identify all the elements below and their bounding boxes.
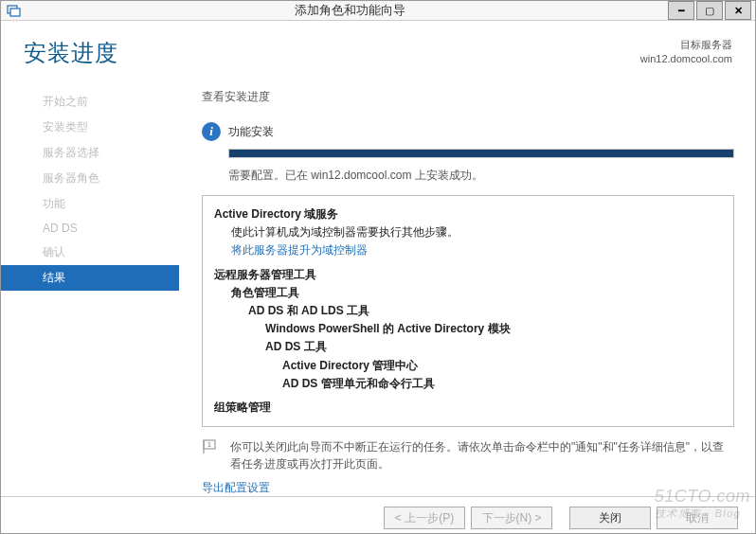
- result-role-tools: 角色管理工具: [231, 284, 722, 302]
- window-controls: ━ ▢ ✕: [668, 1, 751, 20]
- section-label: 查看安装进度: [202, 89, 734, 105]
- sidebar-item-roles: 服务器角色: [1, 166, 179, 191]
- result-adds-snapins: AD DS 管理单元和命令行工具: [282, 375, 722, 393]
- cancel-button: 取消: [657, 507, 738, 529]
- body-row: 开始之前 安装类型 服务器选择 服务器角色 功能 AD DS 确认 结果 查看安…: [1, 72, 755, 496]
- note-row: 1 你可以关闭此向导而不中断正在运行的任务。请依次单击命令栏中的"通知"和"任务…: [202, 438, 734, 472]
- minimize-button[interactable]: ━: [668, 1, 694, 20]
- target-server: win12.domcool.com: [640, 52, 732, 66]
- note-text: 你可以关闭此向导而不中断正在运行的任务。请依次单击命令栏中的"通知"和"任务详细…: [230, 438, 734, 472]
- sidebar-item-adds: AD DS: [1, 217, 179, 240]
- target-info: 目标服务器 win12.domcool.com: [640, 38, 732, 67]
- result-adds-tools: AD DS 工具: [265, 338, 722, 356]
- prev-button: < 上一步(P): [384, 507, 465, 529]
- result-remote-tools: 远程服务器管理工具: [214, 266, 722, 284]
- wizard-window: 添加角色和功能向导 ━ ▢ ✕ 安装进度 目标服务器 win12.domcool…: [0, 0, 756, 534]
- status-message: 需要配置。已在 win12.domcool.com 上安装成功。: [228, 168, 734, 184]
- status-text: 功能安装: [228, 124, 274, 140]
- flag-icon: 1: [202, 438, 221, 457]
- svg-rect-1: [10, 9, 20, 16]
- result-adds-desc: 使此计算机成为域控制器需要执行其他步骤。: [231, 223, 722, 241]
- results-box: Active Directory 域服务 使此计算机成为域控制器需要执行其他步骤…: [202, 195, 734, 427]
- close-button[interactable]: ✕: [725, 1, 751, 20]
- sidebar: 开始之前 安装类型 服务器选择 服务器角色 功能 AD DS 确认 结果: [1, 72, 179, 496]
- progress-bar: [228, 149, 734, 158]
- info-icon: i: [202, 122, 221, 141]
- sidebar-item-before: 开始之前: [1, 89, 179, 115]
- next-button: 下一步(N) >: [471, 507, 552, 529]
- maximize-button[interactable]: ▢: [696, 1, 723, 20]
- sidebar-item-features: 功能: [1, 191, 179, 217]
- titlebar: 添加角色和功能向导 ━ ▢ ✕: [1, 1, 755, 21]
- sidebar-item-results[interactable]: 结果: [1, 265, 179, 291]
- target-label: 目标服务器: [640, 38, 732, 52]
- footer: < 上一步(P) 下一步(N) > 关闭 取消: [1, 496, 755, 534]
- header-row: 安装进度 目标服务器 win12.domcool.com: [1, 21, 755, 72]
- result-ad-admin-center: Active Directory 管理中心: [282, 357, 722, 375]
- main-panel: 查看安装进度 i 功能安装 需要配置。已在 win12.domcool.com …: [179, 72, 755, 496]
- result-adds-lds-tools: AD DS 和 AD LDS 工具: [248, 302, 722, 320]
- export-config-link[interactable]: 导出配置设置: [202, 480, 270, 496]
- sidebar-item-type: 安装类型: [1, 115, 179, 140]
- sidebar-item-confirm: 确认: [1, 240, 179, 265]
- svg-text:1: 1: [207, 441, 211, 448]
- content-area: 安装进度 目标服务器 win12.domcool.com 开始之前 安装类型 服…: [1, 21, 755, 534]
- result-adds-title: Active Directory 域服务: [214, 205, 722, 223]
- promote-link[interactable]: 将此服务器提升为域控制器: [231, 241, 722, 259]
- window-title: 添加角色和功能向导: [31, 2, 668, 19]
- sidebar-item-server: 服务器选择: [1, 140, 179, 166]
- page-title: 安装进度: [24, 38, 118, 68]
- status-row: i 功能安装: [202, 122, 734, 141]
- app-icon: [5, 1, 24, 20]
- result-gpm: 组策略管理: [214, 399, 722, 417]
- result-powershell-module: Windows PowerShell 的 Active Directory 模块: [265, 320, 722, 338]
- close-wizard-button[interactable]: 关闭: [569, 507, 651, 529]
- progress-fill: [229, 150, 733, 157]
